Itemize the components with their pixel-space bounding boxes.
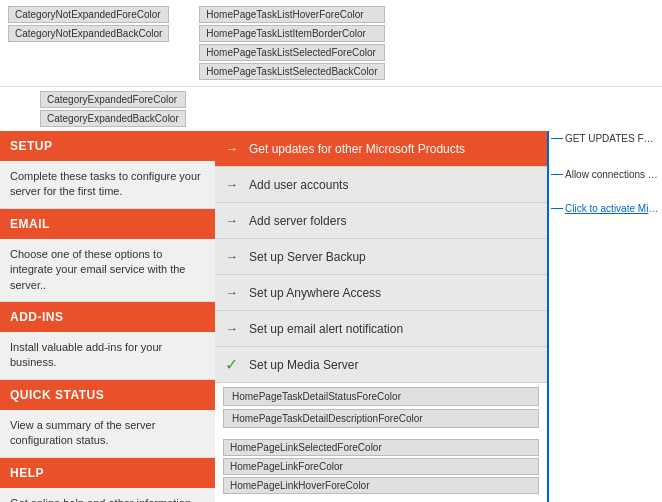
detail-chip-status: HomePageTaskDetailStatusForeColor bbox=[223, 387, 539, 406]
sidebar-category-quickstatus: QUICK STATUS View a summary of the serve… bbox=[0, 380, 215, 458]
content-area: SETUP Complete these tasks to configure … bbox=[0, 131, 662, 502]
annotation-line-2 bbox=[551, 174, 563, 175]
task-label-7: Set up Media Server bbox=[249, 358, 358, 372]
sidebar-category-addins-body: Install valuable add-ins for your busine… bbox=[0, 332, 215, 380]
task-arrow-icon-5: → bbox=[225, 285, 241, 300]
sidebar-category-setup: SETUP Complete these tasks to configure … bbox=[0, 131, 215, 209]
sidebar-category-addins-header[interactable]: ADD-INS bbox=[0, 302, 215, 332]
sidebar-category-addins: ADD-INS Install valuable add-ins for you… bbox=[0, 302, 215, 380]
task-label-3: Add server folders bbox=[249, 214, 346, 228]
task-item-5[interactable]: → Set up Anywhere Access bbox=[215, 275, 547, 311]
sidebar-category-email-body: Choose one of these options to integrate… bbox=[0, 239, 215, 302]
task-label-2: Add user accounts bbox=[249, 178, 348, 192]
task-list: → Get updates for other Microsoft Produc… bbox=[215, 131, 547, 502]
task-label-4: Set up Server Backup bbox=[249, 250, 366, 264]
chip-group-not-expanded: CategoryNotExpandedForeColor CategoryNot… bbox=[8, 6, 169, 80]
task-arrow-icon-3: → bbox=[225, 213, 241, 228]
task-item-1[interactable]: → Get updates for other Microsoft Produc… bbox=[215, 131, 547, 167]
task-item-7[interactable]: ✓ Set up Media Server bbox=[215, 347, 547, 383]
sidebar-category-quickstatus-body: View a summary of the server configurati… bbox=[0, 410, 215, 458]
link-chip-fore: HomePageLinkForeColor bbox=[223, 458, 539, 475]
task-label-5: Set up Anywhere Access bbox=[249, 286, 381, 300]
bottom-chips: HomePageTaskListForeColor HomePageTaskLi… bbox=[215, 498, 547, 502]
chip-selected-back: HomePageTaskListSelectedBackColor bbox=[199, 63, 384, 80]
sidebar-category-email: EMAIL Choose one of these options to int… bbox=[0, 209, 215, 302]
task-label-6: Set up email alert notification bbox=[249, 322, 403, 336]
chip-group-right: HomePageTaskListHoverForeColor HomePageT… bbox=[199, 6, 384, 80]
task-item-6[interactable]: → Set up email alert notification bbox=[215, 311, 547, 347]
chip-not-expanded-back: CategoryNotExpandedBackColor bbox=[8, 25, 169, 42]
link-chip-selected: HomePageLinkSelectedForeColor bbox=[223, 439, 539, 456]
task-arrow-icon-6: → bbox=[225, 321, 241, 336]
task-item-2[interactable]: → Add user accounts bbox=[215, 167, 547, 203]
annotation-3: Click to activate Micr... bbox=[551, 203, 660, 214]
sidebar-category-email-header[interactable]: EMAIL bbox=[0, 209, 215, 239]
sidebar-category-help-header[interactable]: HELP bbox=[0, 458, 215, 488]
chip-expanded-back: CategoryExpandedBackColor bbox=[40, 110, 186, 127]
check-icon-7: ✓ bbox=[225, 355, 241, 374]
detail-chip-description: HomePageTaskDetailDescriptionForeColor bbox=[223, 409, 539, 428]
link-chips: HomePageLinkSelectedForeColor HomePageLi… bbox=[215, 435, 547, 498]
task-arrow-icon-4: → bbox=[225, 249, 241, 264]
annotation-line-1 bbox=[551, 138, 563, 139]
task-item-3[interactable]: → Add server folders bbox=[215, 203, 547, 239]
sidebar-category-help: HELP Get online help and other informati… bbox=[0, 458, 215, 502]
annotation-link-3[interactable]: Click to activate Micr... bbox=[565, 203, 660, 214]
chip-border: HomePageTaskListItemBorderColor bbox=[199, 25, 384, 42]
task-label-1: Get updates for other Microsoft Products bbox=[249, 142, 465, 156]
color-chips-second-row: CategoryExpandedForeColor CategoryExpand… bbox=[0, 87, 662, 131]
chip-expanded-fore: CategoryExpandedForeColor bbox=[40, 91, 186, 108]
task-item-4[interactable]: → Set up Server Backup bbox=[215, 239, 547, 275]
annotation-text-1: GET UPDATES FOR O... bbox=[565, 133, 660, 144]
right-annotation-panel: GET UPDATES FOR O... Allow connections t… bbox=[547, 131, 662, 502]
chip-hover-fore: HomePageTaskListHoverForeColor bbox=[199, 6, 384, 23]
task-arrow-icon-1: → bbox=[225, 141, 241, 156]
annotation-1: GET UPDATES FOR O... bbox=[551, 133, 660, 144]
link-chip-hover: HomePageLinkHoverForeColor bbox=[223, 477, 539, 494]
sidebar-category-help-body: Get online help and other information fo… bbox=[0, 488, 215, 502]
task-arrow-icon-2: → bbox=[225, 177, 241, 192]
blue-vertical-line bbox=[547, 131, 549, 502]
task-detail-chips: HomePageTaskDetailStatusForeColor HomePa… bbox=[215, 383, 547, 435]
annotation-2: Allow connections to... bbox=[551, 169, 660, 180]
task-list-container: → Get updates for other Microsoft Produc… bbox=[215, 131, 547, 502]
sidebar-category-setup-header[interactable]: SETUP bbox=[0, 131, 215, 161]
main-container: CategoryNotExpandedForeColor CategoryNot… bbox=[0, 0, 662, 502]
annotation-text-2: Allow connections to... bbox=[565, 169, 660, 180]
sidebar-category-quickstatus-header[interactable]: QUICK STATUS bbox=[0, 380, 215, 410]
sidebar-category-setup-body: Complete these tasks to configure your s… bbox=[0, 161, 215, 209]
annotation-line-3 bbox=[551, 208, 563, 209]
chip-selected-fore: HomePageTaskListSelectedForeColor bbox=[199, 44, 384, 61]
chip-group-expanded: CategoryExpandedForeColor CategoryExpand… bbox=[40, 91, 186, 127]
chip-not-expanded-fore: CategoryNotExpandedForeColor bbox=[8, 6, 169, 23]
sidebar: SETUP Complete these tasks to configure … bbox=[0, 131, 215, 502]
color-chips-top-row: CategoryNotExpandedForeColor CategoryNot… bbox=[0, 0, 662, 87]
